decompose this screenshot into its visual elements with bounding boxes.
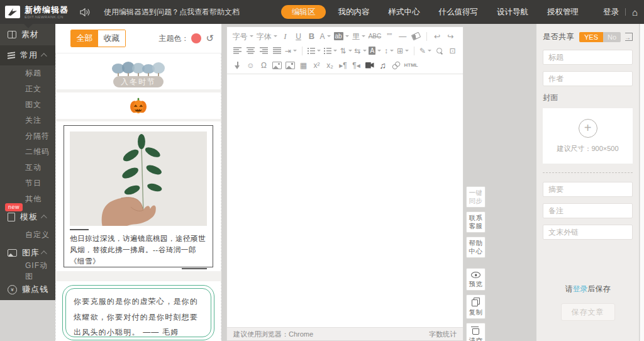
help-link[interactable]: 使用编辑器遇到问题？点我查看帮助文档 bbox=[104, 7, 240, 18]
cover-upload-box[interactable]: 建议尺寸：900×500 bbox=[543, 108, 633, 164]
reset-icon[interactable] bbox=[206, 33, 214, 44]
nav-item[interactable]: 我的内容 bbox=[328, 5, 379, 19]
one-key-format-button[interactable] bbox=[233, 60, 243, 71]
align-left-button[interactable] bbox=[233, 45, 243, 57]
logo[interactable]: 新榜编辑器 EDIT.NEWRANK.CN bbox=[5, 6, 69, 19]
special-char-button[interactable]: Ω bbox=[259, 60, 269, 71]
italic-button[interactable]: I bbox=[280, 31, 291, 42]
side-button[interactable]: 联系客服 bbox=[466, 211, 486, 233]
ltr-paragraph-button[interactable]: ▸¶ bbox=[338, 60, 348, 71]
sidebar-item[interactable]: GIF动图 bbox=[0, 263, 55, 279]
tab-all[interactable]: 全部 bbox=[71, 30, 98, 47]
footer-link-input[interactable] bbox=[543, 225, 633, 240]
collapse-panel-icon[interactable] bbox=[625, 33, 633, 41]
editor-canvas[interactable] bbox=[227, 74, 463, 327]
photo-card: 他日掠过深浅，访遍镜底桃园，途径顽世风烟，替彼此拂一拂肩。--谷琦润一郎《细雪》 bbox=[64, 125, 213, 267]
share-no-button[interactable]: No bbox=[603, 32, 621, 42]
save-article-button[interactable]: 保存文章 bbox=[561, 303, 615, 321]
sidebar-item[interactable]: 自定义 bbox=[0, 227, 55, 243]
save-hint-suffix: 后保存 bbox=[588, 284, 611, 293]
sidebar-item[interactable]: 标题 bbox=[0, 65, 55, 81]
nav-item[interactable]: 什么值得写 bbox=[429, 5, 487, 19]
nav-item[interactable]: 编辑区 bbox=[281, 5, 326, 19]
align-center-button[interactable] bbox=[246, 45, 256, 57]
side-button[interactable]: 复制 bbox=[466, 294, 486, 319]
search-replace-button[interactable] bbox=[434, 45, 444, 57]
theme-color-dot[interactable] bbox=[191, 33, 201, 43]
plus-icon bbox=[579, 119, 597, 138]
insert-music-button[interactable]: ♫ bbox=[378, 60, 388, 71]
ordered-list-button[interactable] bbox=[308, 45, 321, 57]
template-pumpkin[interactable] bbox=[55, 92, 221, 119]
page-scrollbar[interactable] bbox=[640, 24, 644, 341]
nav-item[interactable]: 样式中心 bbox=[379, 5, 429, 19]
insert-panel-button[interactable]: ⊡ bbox=[447, 45, 457, 57]
sidebar-item[interactable]: 节日 bbox=[0, 176, 55, 191]
template-green-quote[interactable]: 你要克服的是你的虚荣心，是你的炫耀欲，你要对付的是你时刻想要出风头的小聪明。 —… bbox=[55, 281, 221, 341]
template-photo-quote[interactable]: 他日掠过深浅，访遍镜底桃园，途径顽世风烟，替彼此拂一拂肩。--谷琦润一郎《细雪》 bbox=[55, 121, 221, 271]
align-right-button[interactable] bbox=[259, 45, 269, 57]
sidebar-item[interactable]: 分隔符 bbox=[0, 128, 55, 144]
redo-button[interactable]: ↪ bbox=[445, 31, 455, 42]
text-background-button[interactable]: 里 bbox=[352, 31, 365, 42]
margin-button[interactable]: ⊞ bbox=[397, 45, 409, 57]
sidebar-item[interactable]: 图文 bbox=[0, 97, 55, 113]
summary-input[interactable] bbox=[543, 182, 633, 197]
superscript-button[interactable]: x² bbox=[312, 60, 322, 71]
nav-item[interactable]: 授权管理 bbox=[538, 5, 588, 19]
insert-link-button[interactable] bbox=[391, 60, 401, 71]
login-link[interactable]: 登录 bbox=[573, 284, 588, 293]
author-input[interactable] bbox=[543, 71, 633, 86]
note-input[interactable] bbox=[543, 203, 633, 218]
home-icon[interactable] bbox=[626, 7, 644, 18]
topbar: 新榜编辑器 EDIT.NEWRANK.CN 使用编辑器遇到问题？点我查看帮助文档… bbox=[0, 0, 644, 24]
horizontal-rule-button[interactable]: — bbox=[397, 31, 408, 42]
sidebar-item[interactable]: 常用 bbox=[0, 45, 55, 65]
edit-image-button[interactable] bbox=[286, 60, 296, 71]
paragraph-spacing-button[interactable]: ↕ bbox=[384, 45, 394, 57]
letter-spacing-button[interactable]: ⇆ bbox=[355, 45, 366, 57]
format-painter-button[interactable]: ✎ bbox=[419, 45, 431, 57]
html-source-button[interactable]: HTML bbox=[404, 60, 418, 71]
side-button[interactable]: 清空 bbox=[466, 323, 486, 341]
tab-favorites[interactable]: 收藏 bbox=[98, 30, 125, 47]
title-input[interactable] bbox=[543, 50, 633, 65]
side-button[interactable]: 帮助中心 bbox=[466, 237, 486, 258]
sidebar-item[interactable]: 二维码 bbox=[0, 144, 55, 160]
text-image-button[interactable]: A bbox=[369, 45, 381, 57]
template-winter-trees[interactable]: 入冬时节 bbox=[55, 53, 221, 89]
font-color-button[interactable]: A bbox=[320, 31, 331, 42]
indent-button[interactable]: ⇥ bbox=[286, 45, 297, 57]
sidebar-item[interactable]: 互动 bbox=[0, 160, 55, 176]
rtl-paragraph-button[interactable]: ¶◂ bbox=[352, 60, 362, 71]
photo-caption: 他日掠过深浅，访遍镜底桃园，途径顽世风烟，替彼此拂一拂肩。--谷琦润一郎《细雪》 bbox=[70, 233, 207, 267]
sidebar-item[interactable]: 正文 bbox=[0, 81, 55, 97]
blockquote-button[interactable]: ”” bbox=[384, 31, 394, 42]
line-height-button[interactable]: ⇅ bbox=[340, 45, 352, 57]
align-justify-button[interactable] bbox=[272, 45, 282, 57]
side-button[interactable]: 预览 bbox=[466, 268, 486, 291]
font-size-select[interactable]: 字号 bbox=[233, 31, 253, 42]
insert-table-button[interactable]: ▦ bbox=[299, 60, 309, 71]
highlight-color-button[interactable]: ab bbox=[334, 31, 349, 42]
underline-button[interactable]: U bbox=[294, 31, 304, 42]
strikethrough-button[interactable]: ABC bbox=[369, 31, 382, 42]
sidebar-item[interactable]: 赚点钱 bbox=[0, 279, 55, 300]
chevron-up-icon bbox=[41, 215, 47, 221]
share-yes-button[interactable]: YES bbox=[579, 32, 603, 42]
emoji-button[interactable]: ☺ bbox=[246, 60, 256, 71]
nav-item[interactable]: 设计导航 bbox=[487, 5, 538, 19]
sidebar-item[interactable]: 关注 bbox=[0, 113, 55, 128]
side-button[interactable]: 一键同步 bbox=[466, 186, 486, 208]
undo-button[interactable]: ↩ bbox=[432, 31, 442, 42]
word-count-button[interactable]: 字数统计 bbox=[429, 330, 457, 339]
login-button[interactable]: 登录 bbox=[597, 7, 625, 18]
subscript-button[interactable]: x₂ bbox=[325, 60, 335, 71]
insert-image-button[interactable] bbox=[272, 60, 282, 71]
unordered-list-button[interactable] bbox=[324, 45, 337, 57]
clear-format-button[interactable] bbox=[411, 31, 421, 42]
sidebar-item[interactable]: 模板new bbox=[0, 207, 55, 227]
bold-button[interactable]: B bbox=[307, 31, 317, 42]
insert-video-button[interactable] bbox=[365, 60, 375, 71]
font-family-select[interactable]: 字体 bbox=[257, 31, 277, 42]
